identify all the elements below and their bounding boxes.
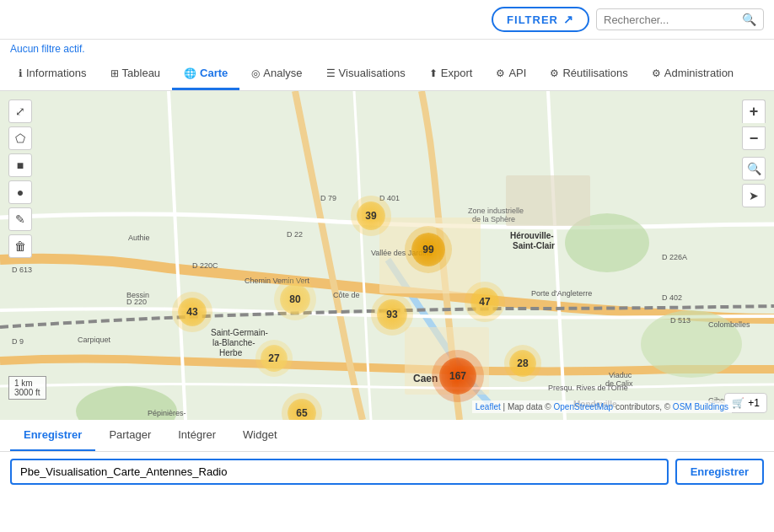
search-bar: 🔍 (596, 8, 764, 30)
save-row: Enregistrer (0, 452, 774, 492)
svg-text:Carpiquet: Carpiquet (78, 336, 111, 344)
tab-tableau[interactable]: ⊞ Tableau (99, 58, 173, 90)
map-controls-left: ⤢ ⬠ ■ ● ✎ 🗑 (8, 99, 32, 258)
cluster-marker-c6[interactable]: 47 (470, 287, 499, 316)
svg-text:D 9: D 9 (12, 337, 24, 346)
zoom-in-button[interactable]: + (742, 99, 766, 123)
tab-informations-label: Informations (26, 67, 87, 79)
save-enregistrer-button[interactable]: Enregistrer (675, 459, 764, 485)
map-container[interactable]: Zone industrielle de la Sphère Hérouvill… (0, 91, 774, 420)
info-icon: ℹ (19, 67, 23, 79)
svg-text:D 22: D 22 (287, 230, 303, 239)
filter-label: FILTRER (507, 13, 558, 26)
tab-visualisations[interactable]: ☰ Visualisations (314, 58, 417, 90)
tab-reutilisations[interactable]: ⚙ Réutilisations (538, 58, 639, 90)
svg-text:D 613: D 613 (12, 266, 32, 274)
filter-button[interactable]: FILTRER ↗ (492, 7, 589, 32)
tab-api[interactable]: ⚙ API (484, 58, 538, 90)
svg-text:D 220: D 220 (126, 298, 147, 306)
api-icon: ⚙ (496, 67, 505, 79)
tab-informations[interactable]: ℹ Informations (7, 58, 99, 90)
cluster-marker-c8[interactable]: 167 (439, 357, 476, 395)
map-background: Zone industrielle de la Sphère Hérouvill… (0, 91, 774, 420)
svg-text:D 79: D 79 (320, 194, 336, 202)
search-map-button[interactable]: 🔍 (742, 157, 766, 180)
save-name-input[interactable] (10, 459, 669, 485)
svg-rect-6 (506, 175, 590, 226)
svg-text:de la Sphère: de la Sphère (472, 215, 515, 223)
square-button[interactable]: ■ (8, 153, 32, 177)
svg-text:8-1: 8-1 (149, 418, 160, 420)
export-icon: ⬆ (429, 67, 438, 79)
edit-button[interactable]: ✎ (8, 207, 32, 231)
tab-reutilisations-label: Réutilisations (562, 67, 627, 79)
bottom-tabs: Enregistrer Partager Intégrer Widget (0, 420, 774, 452)
tab-administration[interactable]: ⚙ Administration (640, 58, 745, 90)
scale-line2: 3000 ft (14, 388, 40, 397)
tab-administration-label: Administration (664, 67, 734, 79)
svg-text:Herbe: Herbe (219, 348, 243, 357)
svg-text:D 513: D 513 (670, 316, 691, 325)
administration-icon: ⚙ (652, 67, 661, 79)
svg-text:Pépinières-: Pépinières- (148, 409, 186, 417)
tab-export-label: Export (441, 67, 473, 79)
cluster-marker-c5[interactable]: 93 (377, 299, 407, 330)
svg-text:D 401: D 401 (379, 194, 400, 202)
active-filter-text: Aucun filtre actif. (0, 40, 774, 58)
nav-tabs: ℹ Informations ⊞ Tableau 🌐 Carte ◎ Analy… (0, 58, 774, 91)
tab-enregistrer[interactable]: Enregistrer (10, 420, 95, 451)
tab-widget[interactable]: Widget (229, 420, 290, 451)
contributors-text: contributors, © (615, 402, 673, 411)
trash-button[interactable]: 🗑 (8, 234, 32, 258)
visualisations-icon: ☰ (326, 67, 336, 79)
cluster-marker-c2[interactable]: 99 (411, 233, 445, 266)
tab-carte[interactable]: 🌐 Carte (172, 58, 239, 90)
map-attribution: Leaflet | Map data © OpenStreetMap contr… (472, 400, 732, 413)
svg-text:Porte d'Angleterre: Porte d'Angleterre (531, 289, 592, 298)
svg-text:Colombelles: Colombelles (708, 320, 750, 329)
fullscreen-button[interactable]: ⤢ (8, 99, 32, 123)
svg-text:Hérouville-: Hérouville- (510, 231, 554, 240)
leaflet-link[interactable]: Leaflet (476, 402, 501, 411)
carte-icon: 🌐 (184, 67, 196, 79)
reutilisations-icon: ⚙ (550, 67, 559, 79)
cluster-marker-c7[interactable]: 27 (261, 345, 288, 372)
svg-text:Presqu. Rives de l'Orne: Presqu. Rives de l'Orne (548, 384, 628, 392)
svg-text:D 226A: D 226A (662, 253, 687, 261)
cart-count: +1 (748, 397, 760, 409)
filter-arrow-icon: ↗ (563, 13, 574, 26)
svg-text:Caen: Caen (413, 373, 438, 384)
tab-api-label: API (508, 67, 526, 79)
scale-bar: 1 km 3000 ft (8, 376, 46, 400)
cluster-marker-c1[interactable]: 39 (357, 202, 385, 230)
svg-text:Côte de: Côte de (333, 291, 360, 299)
tab-carte-label: Carte (200, 67, 228, 79)
zoom-out-button[interactable]: − (742, 126, 766, 150)
cluster-marker-c9[interactable]: 28 (509, 350, 536, 377)
pentagon-button[interactable]: ⬠ (8, 126, 32, 150)
svg-text:Saint-Germain-: Saint-Germain- (211, 328, 268, 337)
osm-buildings-link[interactable]: OSM Buildings (673, 402, 728, 411)
search-input[interactable] (604, 13, 739, 26)
circle-button[interactable]: ● (8, 180, 32, 204)
tab-export[interactable]: ⬆ Export (417, 58, 485, 90)
map-controls-right: + − 🔍 ➤ (742, 99, 766, 207)
svg-text:D 402: D 402 (662, 293, 682, 302)
attribution-text: | Map data © (503, 402, 554, 411)
search-icon: 🔍 (742, 13, 756, 26)
svg-text:Zone industrielle: Zone industrielle (468, 207, 524, 215)
locate-button[interactable]: ➤ (742, 184, 766, 207)
top-bar: FILTRER ↗ 🔍 (0, 0, 774, 40)
tableau-icon: ⊞ (110, 67, 119, 79)
cluster-marker-c4[interactable]: 80 (280, 284, 310, 314)
svg-text:Viaduc: Viaduc (609, 371, 632, 379)
tab-integrer[interactable]: Intégrer (164, 420, 229, 451)
osm-link[interactable]: OpenStreetMap (554, 402, 614, 411)
scale-line1: 1 km (14, 379, 40, 388)
cluster-marker-c3[interactable]: 43 (178, 298, 207, 326)
svg-text:Authie: Authie (128, 234, 150, 242)
tab-partager[interactable]: Partager (95, 420, 164, 451)
svg-text:la-Blanche-: la-Blanche- (212, 338, 255, 347)
tab-analyse-label: Analyse (263, 67, 302, 79)
tab-analyse[interactable]: ◎ Analyse (239, 58, 314, 90)
